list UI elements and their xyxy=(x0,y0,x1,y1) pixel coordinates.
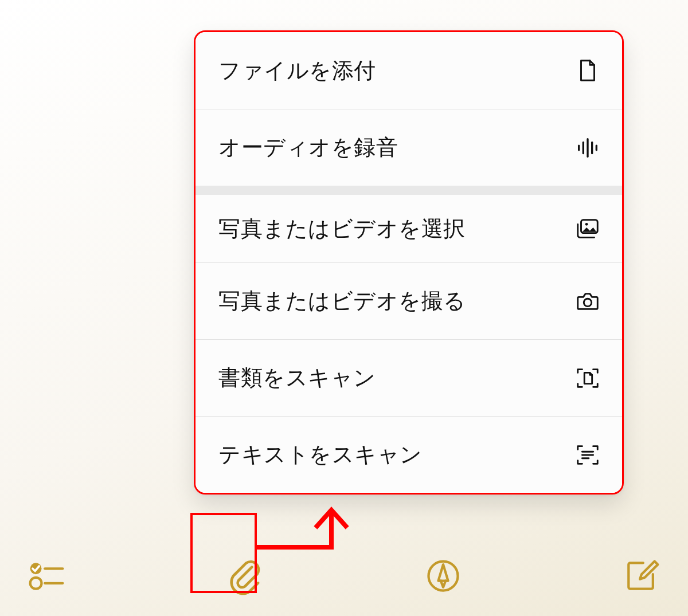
attach-button[interactable] xyxy=(219,550,271,602)
camera-icon xyxy=(574,288,601,315)
menu-item-take-photo-video[interactable]: 写真またはビデオを撮る xyxy=(196,262,622,339)
new-note-button[interactable] xyxy=(616,550,667,602)
menu-item-label: テキストをスキャン xyxy=(218,440,423,469)
bottom-toolbar xyxy=(0,536,688,616)
menu-item-label: 写真またはビデオを撮る xyxy=(218,287,466,316)
svg-point-13 xyxy=(30,578,42,589)
menu-item-scan-documents[interactable]: 書類をスキャン xyxy=(196,339,622,416)
menu-item-label: 写真またはビデオを選択 xyxy=(218,214,466,244)
menu-item-attach-file[interactable]: ファイルを添付 xyxy=(196,32,622,109)
svg-point-6 xyxy=(585,223,588,226)
scan-text-icon xyxy=(574,441,601,469)
photos-icon xyxy=(574,215,601,242)
menu-item-label: 書類をスキャン xyxy=(218,363,376,393)
menu-item-choose-photo-video[interactable]: 写真またはビデオを選択 xyxy=(196,186,622,262)
checklist-button[interactable] xyxy=(21,550,72,602)
menu-item-scan-text[interactable]: テキストをスキャン xyxy=(196,416,622,493)
waveform-icon xyxy=(574,134,601,162)
svg-point-7 xyxy=(584,299,591,306)
menu-item-record-audio[interactable]: オーディオを録音 xyxy=(196,109,622,186)
document-icon xyxy=(574,57,601,84)
menu-item-label: ファイルを添付 xyxy=(218,56,376,85)
menu-item-label: オーディオを録音 xyxy=(218,133,398,162)
attach-menu-popup: ファイルを添付 オーディオを録音 写真またはビデオを選択 xyxy=(194,30,624,495)
markup-button[interactable] xyxy=(417,550,469,602)
scan-document-icon xyxy=(574,364,601,392)
